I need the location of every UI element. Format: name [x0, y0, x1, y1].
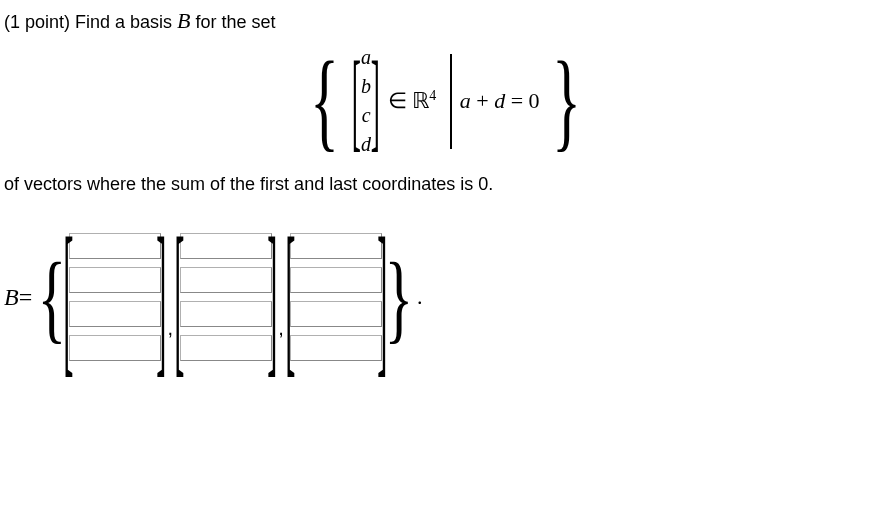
right-bracket: ] — [371, 50, 380, 151]
comma-2: , — [278, 317, 284, 340]
basis-v1-c2[interactable] — [69, 267, 161, 293]
vec-comp-b: b — [361, 75, 371, 98]
left-bracket: [ — [285, 225, 295, 370]
basis-vector-2: [ ] — [179, 225, 272, 370]
left-curly-brace: { — [310, 54, 339, 148]
basis-v3-c4[interactable] — [290, 335, 382, 361]
space-exponent: 4 — [429, 88, 436, 103]
basis-vector-3: [ ] — [290, 225, 383, 370]
cond-a: a — [460, 88, 471, 113]
right-bracket: ] — [156, 225, 166, 370]
cond-d: d — [494, 88, 505, 113]
basis-v1-c1[interactable] — [69, 233, 161, 259]
instruction-before: Find a basis — [75, 12, 177, 32]
answer-right-curly: } — [385, 255, 414, 340]
basis-vector-1: [ ] — [68, 225, 161, 370]
basis-v2-c3[interactable] — [180, 301, 272, 327]
basis-v3-c1[interactable] — [290, 233, 382, 259]
left-bracket: [ — [174, 225, 184, 370]
cond-eq: = — [505, 88, 528, 113]
basis-symbol: B — [177, 8, 190, 33]
element-of-symbol: ∈ — [388, 88, 407, 113]
period: . — [417, 284, 423, 310]
cond-rhs: 0 — [529, 88, 540, 113]
vec-comp-c: c — [362, 104, 371, 127]
membership: ∈ ℝ4 — [388, 88, 437, 114]
basis-v3-c3[interactable] — [290, 301, 382, 327]
basis-v2-c1[interactable] — [180, 233, 272, 259]
vec-comp-d: d — [361, 133, 371, 156]
points-label: (1 point) — [4, 12, 75, 32]
column-vector: [ a b c d ] — [352, 46, 379, 156]
cond-plus: + — [471, 88, 494, 113]
equals-sign: = — [19, 284, 33, 311]
instruction-after: for the set — [196, 12, 276, 32]
such-that-bar — [450, 54, 452, 149]
basis-v2-c2[interactable] — [180, 267, 272, 293]
basis-v1-c4[interactable] — [69, 335, 161, 361]
problem-statement-line2: of vectors where the sum of the first an… — [4, 174, 886, 195]
basis-v1-c3[interactable] — [69, 301, 161, 327]
problem-statement-line1: (1 point) Find a basis B for the set — [4, 8, 886, 34]
left-bracket: [ — [63, 225, 73, 370]
basis-v3-c2[interactable] — [290, 267, 382, 293]
real-space-symbol: ℝ — [412, 88, 429, 113]
basis-v2-c4[interactable] — [180, 335, 272, 361]
right-curly-brace: } — [551, 54, 580, 148]
vec-comp-a: a — [361, 46, 371, 69]
left-bracket: [ — [352, 50, 361, 151]
condition: a + d = 0 — [460, 88, 540, 114]
set-definition: { [ a b c d ] ∈ ℝ4 a + d = 0 } — [4, 46, 886, 156]
comma-1: , — [167, 317, 173, 340]
answer-row: B = { [ ] , [ ] , [ — [4, 225, 886, 370]
answer-B-symbol: B — [4, 284, 19, 311]
right-bracket: ] — [267, 225, 277, 370]
